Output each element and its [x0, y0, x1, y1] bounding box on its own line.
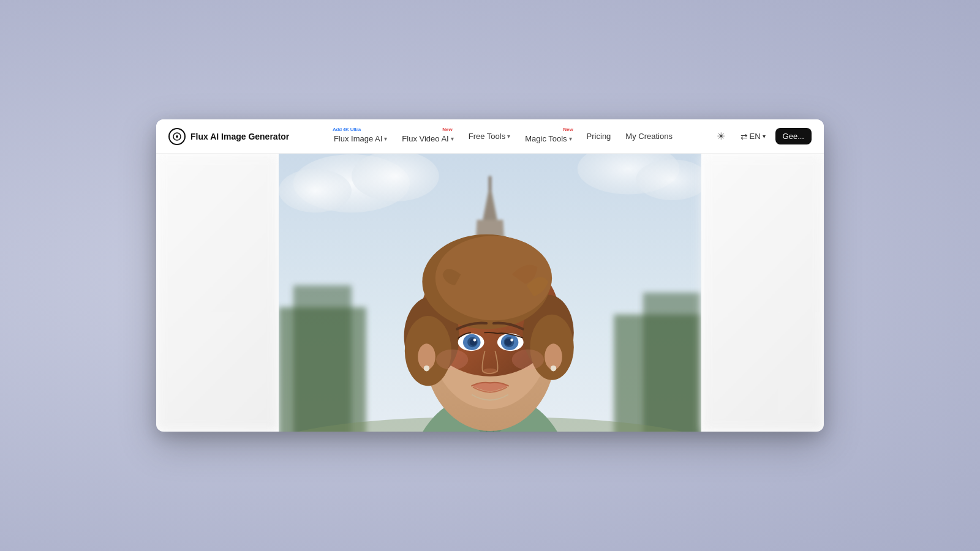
free-tools-label: Free Tools [469, 132, 505, 141]
right-sidebar [701, 154, 824, 432]
svg-rect-12 [643, 293, 701, 432]
nav-item-flux-image[interactable]: Add 4K Ultra Flux Image AI ▾ [328, 126, 393, 147]
svg-point-45 [510, 339, 513, 342]
flux-video-chevron: ▾ [451, 135, 454, 142]
nav-right: ☀ ⇄ EN ▾ Gee... [711, 127, 812, 146]
theme-toggle-button[interactable]: ☀ [711, 127, 731, 146]
pricing-label: Pricing [587, 132, 611, 141]
browser-window: Flux AI Image Generator Add 4K Ultra Flu… [156, 119, 824, 432]
svg-point-51 [436, 350, 468, 370]
badge-4k-ultra: Add 4K Ultra [333, 127, 361, 132]
free-tools-chevron: ▾ [507, 133, 510, 140]
logo-area[interactable]: Flux AI Image Generator [168, 128, 289, 145]
flux-image-chevron: ▾ [384, 135, 387, 142]
badge-new-video: New [442, 127, 452, 132]
flux-image-label: Flux Image AI [334, 134, 382, 143]
translate-icon: ⇄ [741, 132, 748, 141]
svg-point-46 [483, 369, 497, 375]
nav-item-magic-tools[interactable]: New Magic Tools ▾ [519, 126, 578, 147]
svg-rect-10 [293, 285, 352, 432]
user-button[interactable]: Gee... [775, 128, 812, 144]
sun-icon: ☀ [717, 130, 725, 142]
main-content [156, 154, 824, 432]
flux-video-label: Flux Video AI [402, 134, 448, 143]
nav-items: Add 4K Ultra Flux Image AI ▾ New Flux Vi… [307, 126, 698, 147]
language-chevron: ▾ [763, 133, 766, 140]
language-label: EN [750, 132, 761, 141]
nav-item-flux-video[interactable]: New Flux Video AI ▾ [396, 126, 459, 147]
navbar: Flux AI Image Generator Add 4K Ultra Flu… [156, 119, 824, 154]
svg-point-1 [176, 135, 178, 138]
svg-point-6 [279, 169, 352, 212]
svg-point-52 [512, 350, 544, 370]
nav-item-free-tools[interactable]: Free Tools ▾ [462, 128, 516, 144]
left-sidebar [156, 154, 279, 432]
nav-item-pricing[interactable]: Pricing [581, 128, 617, 144]
svg-point-50 [551, 365, 557, 372]
portrait-illustration [279, 154, 701, 432]
badge-new-magic: New [563, 127, 573, 132]
svg-point-40 [473, 339, 477, 342]
nav-item-my-creations[interactable]: My Creations [619, 128, 679, 144]
magic-tools-chevron: ▾ [569, 135, 572, 142]
svg-rect-18 [489, 176, 492, 191]
magic-tools-label: Magic Tools [525, 134, 567, 143]
logo-text: Flux AI Image Generator [190, 132, 289, 141]
svg-point-48 [424, 365, 430, 372]
center-image [279, 154, 701, 432]
logo-icon [168, 128, 186, 145]
language-button[interactable]: ⇄ EN ▾ [736, 129, 771, 144]
my-creations-label: My Creations [625, 132, 673, 141]
